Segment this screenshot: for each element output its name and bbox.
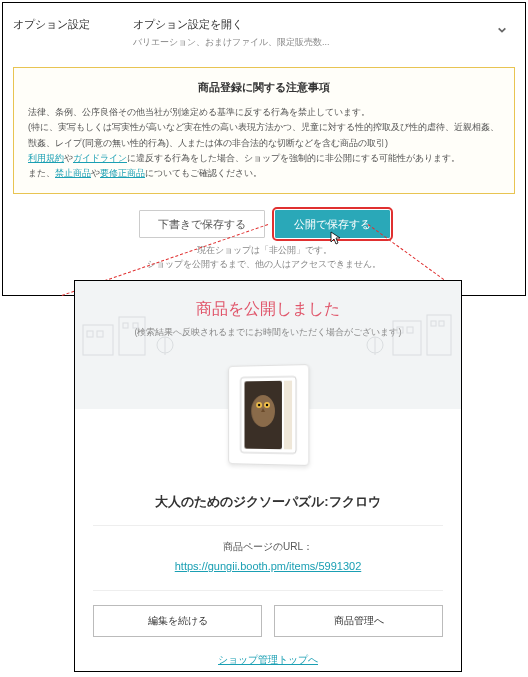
buildings-illustration bbox=[75, 297, 461, 357]
continue-edit-button[interactable]: 編集を続ける bbox=[93, 605, 262, 637]
notice-line-2: (特に、実写もしくは写実性が高いなど実在性の高い表現方法かつ、児童に対する性的搾… bbox=[28, 120, 500, 151]
modal-button-row: 編集を続ける 商品管理へ bbox=[75, 605, 461, 637]
svg-rect-7 bbox=[397, 327, 403, 333]
svg-rect-23 bbox=[284, 381, 292, 450]
url-label: 商品ページのURL： bbox=[75, 540, 461, 554]
chevron-down-icon[interactable] bbox=[497, 25, 507, 35]
product-name: 大人のためのジクソーパズル:フクロウ bbox=[75, 487, 461, 525]
publish-button-label: 公開で保存する bbox=[294, 217, 371, 232]
option-body: オプション設定を開く バリエーション、おまけファイル、限定販売数... bbox=[133, 17, 515, 49]
product-url-link[interactable]: https://gungii.booth.pm/items/5991302 bbox=[75, 560, 461, 572]
svg-rect-0 bbox=[83, 325, 113, 355]
publish-button[interactable]: 公開で保存する bbox=[275, 210, 390, 238]
cursor-icon bbox=[330, 231, 342, 245]
modal-header: 商品を公開しました (検索結果へ反映されるまでにお時間をいただく場合がございます… bbox=[75, 281, 461, 357]
save-draft-button[interactable]: 下書きで保存する bbox=[139, 210, 265, 238]
svg-rect-11 bbox=[439, 321, 444, 326]
product-thumbnail bbox=[228, 364, 309, 466]
svg-rect-1 bbox=[87, 331, 93, 337]
notice-box: 商品登録に関する注意事項 法律、条例、公序良俗その他当社が別途定める基準に反する… bbox=[13, 67, 515, 194]
goto-manage-button[interactable]: 商品管理へ bbox=[274, 605, 443, 637]
shop-status-note: 現在ショップは「非公開」です。 ショップを公開するまで、他の人はアクセスできませ… bbox=[13, 244, 515, 271]
notice-title: 商品登録に関する注意事項 bbox=[28, 80, 500, 95]
guideline-link[interactable]: ガイドライン bbox=[73, 153, 127, 163]
publish-success-modal: 商品を公開しました (検索結果へ反映されるまでにお時間をいただく場合がございます… bbox=[74, 280, 462, 672]
option-row[interactable]: オプション設定 オプション設定を開く バリエーション、おまけファイル、限定販売数… bbox=[13, 11, 515, 63]
svg-point-21 bbox=[258, 404, 260, 406]
svg-rect-10 bbox=[431, 321, 436, 326]
shop-top-link[interactable]: ショップ管理トップへ bbox=[75, 653, 461, 667]
option-label: オプション設定 bbox=[13, 17, 133, 32]
option-open-link[interactable]: オプション設定を開く bbox=[133, 17, 515, 32]
notice-line-4: また、禁止商品や要修正商品についてもご確認ください。 bbox=[28, 166, 500, 181]
svg-rect-5 bbox=[133, 323, 138, 328]
option-subtext: バリエーション、おまけファイル、限定販売数... bbox=[133, 36, 515, 49]
notice-line-3: 利用規約やガイドラインに違反する行為をした場合、ショップを強制的に非公開にする可… bbox=[28, 151, 500, 166]
svg-rect-2 bbox=[97, 331, 103, 337]
svg-rect-6 bbox=[393, 321, 421, 355]
svg-point-22 bbox=[266, 404, 268, 406]
svg-rect-8 bbox=[407, 327, 413, 333]
product-image-area bbox=[75, 357, 461, 487]
settings-panel: オプション設定 オプション設定を開く バリエーション、おまけファイル、限定販売数… bbox=[2, 2, 526, 296]
notice-line-1: 法律、条例、公序良俗その他当社が別途定める基準に反する行為を禁止しています。 bbox=[28, 105, 500, 120]
divider bbox=[93, 525, 443, 526]
prohibited-link[interactable]: 禁止商品 bbox=[55, 168, 91, 178]
terms-link[interactable]: 利用規約 bbox=[28, 153, 64, 163]
correction-link[interactable]: 要修正商品 bbox=[100, 168, 145, 178]
svg-rect-4 bbox=[123, 323, 128, 328]
